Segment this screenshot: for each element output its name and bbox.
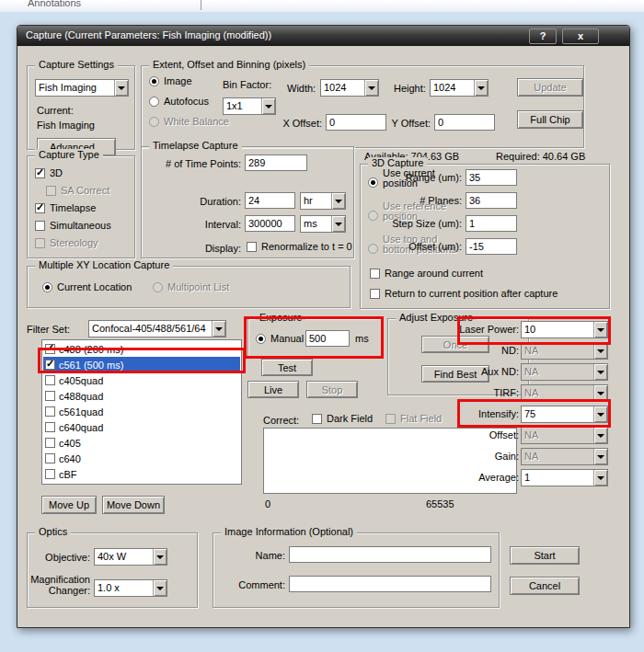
dropdown-arrow-icon[interactable] <box>593 343 607 359</box>
filter-channel-list[interactable]: c488 (200 ms) c561 (500 ms) c405quad c48… <box>41 339 242 485</box>
interval-label: Interval: <box>145 219 241 230</box>
filter-item-c488[interactable]: c488 (200 ms) <box>43 341 240 357</box>
gain-select[interactable]: NA <box>521 448 608 465</box>
step-size-input[interactable] <box>466 215 517 232</box>
dropdown-arrow-icon[interactable] <box>593 449 607 464</box>
xy-location-legend: Multiple XY Location Capture <box>35 259 173 270</box>
dropdown-arrow-icon[interactable] <box>593 428 607 443</box>
nd-select[interactable]: NA <box>521 342 608 360</box>
tirf-select[interactable]: NA <box>521 384 608 402</box>
update-button[interactable]: Update <box>517 78 583 97</box>
average-select[interactable]: 1 <box>521 469 608 486</box>
checkbox-icon[interactable] <box>45 375 55 385</box>
bin-factor-select[interactable]: 1x1 <box>223 97 276 115</box>
checkbox-stereology[interactable]: Stereology <box>35 237 98 248</box>
image-name-input[interactable] <box>289 546 491 563</box>
z-offset-input[interactable] <box>466 238 517 255</box>
cancel-button[interactable]: Cancel <box>510 577 580 595</box>
dropdown-arrow-icon[interactable] <box>593 406 607 422</box>
move-up-button[interactable]: Move Up <box>41 496 97 514</box>
filter-item-c405[interactable]: c405 <box>43 435 240 451</box>
laser-power-select[interactable]: 10 <box>521 321 608 338</box>
checkbox-3d[interactable]: 3D <box>35 167 63 178</box>
range-input[interactable] <box>466 169 517 186</box>
checkbox-icon[interactable] <box>45 344 55 354</box>
dropdown-arrow-icon[interactable] <box>593 385 607 401</box>
dropdown-arrow-icon[interactable] <box>331 193 345 209</box>
manual-exposure-radio[interactable]: Manual <box>256 333 304 344</box>
intensify-select[interactable]: 75 <box>521 406 608 423</box>
filter-item-c640[interactable]: c640 <box>43 451 240 466</box>
checkbox-icon[interactable] <box>45 422 55 432</box>
checkbox-simultaneous[interactable]: Simultaneous <box>35 220 111 231</box>
dark-field-checkbox[interactable]: Dark Field <box>312 413 373 424</box>
intensify-value: 75 <box>522 406 593 422</box>
magnification-changer-value: 1.0 x <box>95 580 153 596</box>
filter-item-cBF[interactable]: cBF <box>43 466 240 482</box>
autofocus-radio[interactable]: Autofocus <box>149 96 209 107</box>
help-button[interactable]: ? <box>529 29 557 44</box>
filter-set-select[interactable]: Confocal-405/488/561/64 <box>88 320 226 337</box>
duration-unit-select[interactable]: hr <box>300 192 346 210</box>
image-radio[interactable]: Image <box>149 75 192 86</box>
checkbox-timelapse[interactable]: Timelapse <box>35 202 96 213</box>
dropdown-arrow-icon[interactable] <box>364 80 378 96</box>
live-button[interactable]: Live <box>247 381 299 398</box>
capture-dialog: Capture (Current Parameters: Fish Imagin… <box>17 25 630 628</box>
checkbox-icon[interactable] <box>45 360 55 370</box>
adjust-exposure-legend: Adjust Exposure <box>396 312 477 323</box>
checkbox-icon[interactable] <box>45 469 55 479</box>
filter-item-c640quad[interactable]: c640quad <box>43 419 240 435</box>
dropdown-arrow-icon[interactable] <box>261 98 275 114</box>
interval-input[interactable] <box>245 215 295 232</box>
objective-select[interactable]: 40x W <box>94 548 167 566</box>
renormalize-checkbox[interactable]: Renormalize to t = 0 <box>247 241 352 252</box>
dropdown-arrow-icon[interactable] <box>331 216 345 232</box>
checkbox-icon[interactable] <box>45 438 55 448</box>
duration-input[interactable] <box>245 192 295 209</box>
dropdown-arrow-icon[interactable] <box>593 364 607 380</box>
checkbox-icon[interactable] <box>45 391 55 401</box>
objective-label: Objective: <box>28 552 90 563</box>
filter-item-c488quad[interactable]: c488quad <box>43 388 240 404</box>
return-after-checkbox[interactable]: Return to current position after capture <box>370 288 558 299</box>
dropdown-arrow-icon[interactable] <box>212 321 225 337</box>
full-chip-button[interactable]: Full Chip <box>517 110 583 129</box>
planes-input[interactable] <box>466 192 517 209</box>
range-around-checkbox[interactable]: Range around current <box>370 268 483 279</box>
dialog-titlebar[interactable]: Capture (Current Parameters: Fish Imagin… <box>17 26 629 46</box>
multipoint-list-radio[interactable]: Multipoint List <box>153 281 229 292</box>
dropdown-arrow-icon[interactable] <box>593 470 607 486</box>
dropdown-arrow-icon[interactable] <box>593 322 607 337</box>
filter-item-c561[interactable]: c561 (500 ms) <box>43 357 240 372</box>
test-button[interactable]: Test <box>261 359 313 376</box>
time-points-input[interactable] <box>245 154 307 171</box>
y-offset-input[interactable] <box>434 114 495 131</box>
stop-button[interactable]: Stop <box>306 381 358 398</box>
height-select[interactable]: 1024 <box>430 79 489 97</box>
start-button[interactable]: Start <box>510 546 580 565</box>
dropdown-arrow-icon[interactable] <box>153 549 167 565</box>
white-balance-radio[interactable]: White Balance <box>149 116 229 127</box>
image-comment-input[interactable] <box>289 576 491 592</box>
interval-unit-select[interactable]: ms <box>300 215 346 233</box>
comment-label: Comment: <box>232 579 285 590</box>
preset-select[interactable]: Fish Imaging <box>35 79 129 97</box>
filter-item-c561quad[interactable]: c561quad <box>43 404 240 419</box>
checkbox-icon[interactable] <box>45 453 55 463</box>
current-location-radio[interactable]: Current Location <box>42 281 132 292</box>
magnification-changer-select[interactable]: 1.0 x <box>94 579 167 597</box>
dropdown-arrow-icon[interactable] <box>114 80 128 96</box>
width-select[interactable]: 1024 <box>320 79 379 97</box>
checkbox-icon[interactable] <box>45 406 55 417</box>
exposure-time-input[interactable] <box>305 330 350 347</box>
dropdown-arrow-icon[interactable] <box>474 80 488 96</box>
dropdown-arrow-icon[interactable] <box>153 580 167 596</box>
filter-item-c405quad[interactable]: c405quad <box>43 372 240 388</box>
offset-select[interactable]: NA <box>521 427 608 444</box>
close-button[interactable]: x <box>562 29 599 44</box>
checkbox-sa-correct[interactable]: SA Correct <box>46 185 109 196</box>
aux-nd-select[interactable]: NA <box>521 363 608 381</box>
radio-icon <box>368 177 378 188</box>
move-down-button[interactable]: Move Down <box>102 496 165 514</box>
